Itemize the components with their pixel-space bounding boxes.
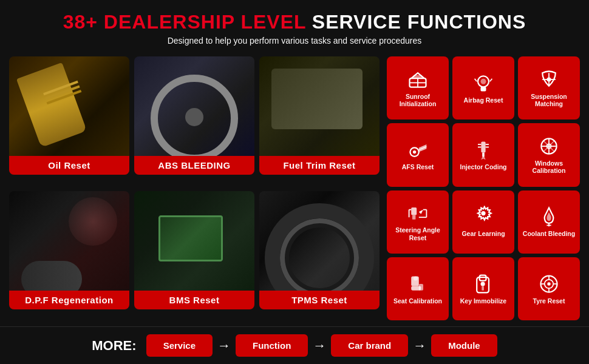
icon-grid: Sunroof Initialization Airbag Reset — [387, 56, 580, 320]
card-tpms[interactable]: TPMS Reset — [259, 191, 380, 309]
svg-rect-27 — [411, 207, 417, 215]
svg-line-7 — [475, 79, 477, 82]
service-button[interactable]: Service — [146, 334, 213, 357]
svg-point-40 — [414, 276, 418, 280]
tyre-label: Tyre Reset — [533, 297, 565, 305]
suspension-icon — [538, 69, 560, 90]
subtitle: Designed to help you perform various tas… — [12, 36, 577, 46]
icon-windows[interactable]: Windows Calibration — [518, 123, 580, 186]
svg-rect-1 — [414, 75, 422, 78]
svg-rect-39 — [419, 284, 423, 291]
svg-rect-44 — [482, 286, 484, 290]
card-oil-label: Oil Reset — [9, 156, 129, 175]
key-icon — [472, 273, 494, 295]
seat-icon — [407, 273, 429, 295]
icon-tyre[interactable]: Tyre Reset — [518, 257, 580, 320]
gear-label: Gear Learning — [461, 230, 505, 238]
icon-suspension[interactable]: Suspension Matching — [518, 56, 580, 120]
suspension-label: Suspension Matching — [520, 93, 577, 108]
card-tpms-label: TPMS Reset — [259, 291, 380, 309]
main-content: Oil Reset ABS BLEEDING Fuel Trim Reset D… — [0, 50, 589, 326]
bottom-bar: MORE: Service → Function → Car brand → M… — [0, 326, 589, 364]
sunroof-icon — [407, 69, 429, 90]
gear-icon — [472, 206, 494, 228]
injector-label: Injector Coding — [460, 163, 507, 171]
injector-icon — [472, 139, 494, 161]
main-title: 38+ DEALERSHIP LEVEL SERVICE FUNCTIONS — [12, 11, 577, 33]
icon-coolant[interactable]: Coolant Bleeding — [518, 190, 580, 254]
card-fuel[interactable]: Fuel Trim Reset — [259, 56, 380, 175]
car-brand-button[interactable]: Car brand — [331, 334, 408, 357]
header: 38+ DEALERSHIP LEVEL SERVICE FUNCTIONS D… — [0, 0, 589, 50]
more-label: MORE: — [92, 338, 136, 354]
icon-seat[interactable]: Seat Calibration — [387, 257, 449, 320]
svg-rect-28 — [412, 215, 415, 220]
module-button[interactable]: Module — [431, 334, 497, 357]
card-fuel-label: Fuel Trim Reset — [259, 156, 380, 175]
card-dpf[interactable]: D.P.F Regeneration — [9, 191, 129, 309]
svg-rect-6 — [481, 87, 486, 91]
arrow-1: → — [217, 338, 231, 354]
arrow-3: → — [413, 338, 426, 354]
afs-icon — [407, 139, 429, 161]
windows-label: Windows Calibration — [520, 160, 577, 175]
svg-rect-15 — [481, 142, 485, 153]
icon-afs[interactable]: AFS Reset — [387, 123, 449, 186]
card-abs[interactable]: ABS BLEEDING — [134, 56, 254, 175]
airbag-icon — [472, 72, 494, 94]
icon-key[interactable]: Key Immobilize — [452, 257, 514, 320]
image-grid: Oil Reset ABS BLEEDING Fuel Trim Reset D… — [9, 56, 380, 320]
steering-icon — [407, 202, 429, 224]
afs-label: AFS Reset — [402, 163, 434, 171]
function-button[interactable]: Function — [236, 334, 308, 357]
icon-steering[interactable]: Steering Angle Reset — [387, 190, 449, 254]
icon-airbag[interactable]: Airbag Reset — [452, 56, 514, 120]
svg-point-11 — [546, 77, 551, 81]
icon-gear[interactable]: Gear Learning — [452, 190, 514, 254]
svg-line-8 — [490, 79, 492, 82]
card-bms-label: BMS Reset — [134, 291, 254, 309]
airbag-label: Airbag Reset — [464, 96, 503, 104]
windows-icon — [538, 135, 560, 157]
key-label: Key Immobilize — [460, 297, 506, 305]
card-bms[interactable]: BMS Reset — [134, 191, 254, 309]
coolant-label: Coolant Bleeding — [523, 230, 575, 238]
card-oil[interactable]: Oil Reset — [9, 56, 129, 175]
steering-label: Steering Angle Reset — [389, 226, 446, 241]
svg-point-5 — [481, 79, 486, 84]
tyre-icon — [538, 273, 560, 295]
seat-label: Seat Calibration — [393, 297, 442, 305]
title-white: SERVICE FUNCTIONS — [312, 11, 526, 33]
svg-point-43 — [481, 281, 485, 286]
svg-point-13 — [413, 150, 416, 153]
title-red: 38+ DEALERSHIP LEVEL — [63, 11, 312, 33]
svg-rect-16 — [482, 153, 485, 157]
icon-injector[interactable]: Injector Coding — [452, 123, 514, 186]
icon-sunroof[interactable]: Sunroof Initialization — [387, 56, 449, 120]
svg-point-47 — [547, 282, 550, 285]
card-abs-label: ABS BLEEDING — [134, 156, 254, 175]
sunroof-label: Sunroof Initialization — [389, 93, 446, 108]
arrow-2: → — [313, 338, 326, 354]
card-dpf-label: D.P.F Regeneration — [9, 291, 129, 309]
coolant-icon — [538, 206, 560, 228]
main-container: 38+ DEALERSHIP LEVEL SERVICE FUNCTIONS D… — [0, 0, 589, 364]
svg-point-34 — [481, 211, 485, 215]
